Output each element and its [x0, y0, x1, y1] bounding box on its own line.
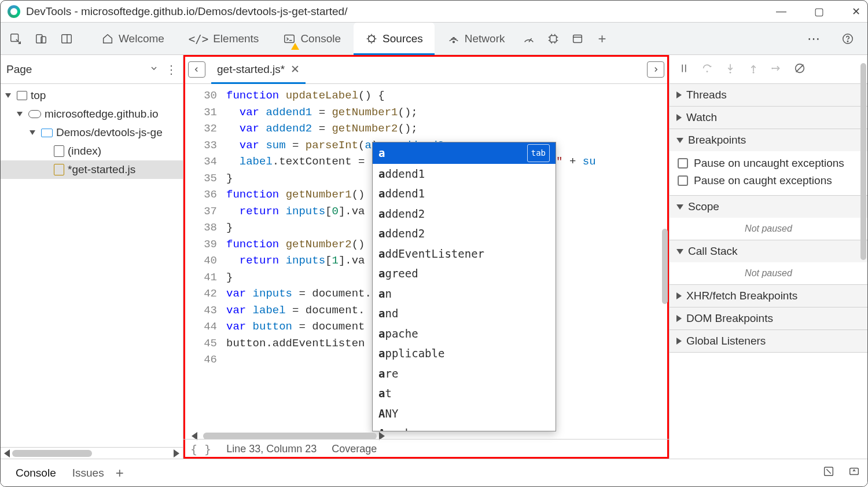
tab-console-label: Console	[300, 32, 341, 45]
autocomplete-item[interactable]: apache	[373, 324, 556, 344]
autocomplete-item[interactable]: agreed	[373, 263, 556, 284]
tree-node-top[interactable]: top	[1, 86, 183, 105]
tab-welcome[interactable]: Welcome	[90, 23, 176, 54]
tab-elements[interactable]: </> Elements	[177, 23, 271, 54]
chevron-down-icon	[676, 138, 683, 143]
section-label: Global Listeners	[686, 335, 766, 347]
autocomplete-item[interactable]: at	[373, 383, 556, 404]
autocomplete-item[interactable]: Apache	[373, 423, 556, 431]
tab-sources-label: Sources	[382, 32, 423, 45]
section-label: DOM Breakpoints	[686, 312, 773, 325]
svg-point-18	[730, 71, 731, 73]
autocomplete-item[interactable]: an	[373, 284, 556, 304]
console-warning-badge-icon	[291, 43, 299, 50]
tree-node-index[interactable]: (index)	[1, 142, 183, 160]
drawer-errors-icon[interactable]	[822, 465, 835, 481]
tab-console[interactable]: Console	[271, 23, 352, 54]
debugger-toolbar	[670, 55, 867, 84]
autocomplete-item[interactable]: addend1	[373, 184, 556, 204]
tab-memory-icon[interactable]	[542, 27, 565, 50]
deactivate-breakpoints-button[interactable]	[793, 62, 806, 77]
drawer-tab-console[interactable]: Console	[8, 467, 64, 479]
section-callstack-header[interactable]: Call Stack	[670, 240, 867, 262]
help-button[interactable]	[836, 27, 859, 50]
pretty-print-button[interactable]: { }	[190, 442, 211, 456]
autocomplete-item[interactable]: and	[373, 303, 556, 324]
scroll-left-icon	[4, 449, 10, 457]
autocomplete-item[interactable]: addend1	[373, 164, 556, 184]
section-label: Watch	[686, 111, 717, 124]
tab-performance-icon[interactable]	[517, 27, 540, 50]
autocomplete-popup[interactable]: atabaddend1addend1addend2addend2addEvent…	[372, 142, 556, 431]
section-breakpoints: Breakpoints Pause on uncaught exceptions…	[670, 129, 867, 196]
window-minimize-button[interactable]: —	[776, 5, 786, 18]
section-xhr[interactable]: XHR/fetch Breakpoints	[670, 285, 867, 307]
autocomplete-item[interactable]: atab	[373, 142, 556, 164]
pause-button[interactable]	[678, 62, 690, 77]
tree-label: (index)	[68, 145, 101, 158]
step-into-button[interactable]	[724, 62, 737, 77]
tab-network[interactable]: Network	[436, 23, 517, 54]
editor-navigate-back-button[interactable]	[188, 61, 205, 78]
section-watch[interactable]: Watch	[670, 107, 867, 129]
autocomplete-item[interactable]: addEventListener	[373, 244, 556, 264]
dock-side-button[interactable]	[55, 27, 78, 50]
chevron-right-icon	[676, 315, 682, 322]
editor-navigate-forward-button[interactable]	[647, 61, 664, 78]
autocomplete-item[interactable]: are	[373, 364, 556, 384]
expand-icon	[30, 130, 35, 135]
cursor-position: Line 33, Column 23	[226, 443, 317, 455]
tab-network-label: Network	[465, 32, 505, 45]
step-out-button[interactable]	[747, 62, 760, 77]
section-threads[interactable]: Threads	[670, 84, 867, 107]
cloud-icon	[28, 110, 41, 118]
chevron-right-icon	[676, 91, 682, 98]
editor-file-tab[interactable]: get-started.js* ✕	[211, 55, 306, 83]
window-close-button[interactable]: ✕	[852, 5, 860, 18]
navigator-hscrollbar[interactable]	[1, 447, 183, 459]
section-dom[interactable]: DOM Breakpoints	[670, 307, 867, 330]
navigator-more-button[interactable]: ⋮	[165, 63, 177, 76]
drawer-expand-icon[interactable]	[848, 465, 860, 481]
tree-node-folder[interactable]: Demos/devtools-js-ge	[1, 123, 183, 142]
line-gutter: 3031323334353637383940414243444546	[183, 84, 224, 459]
close-tab-button[interactable]: ✕	[290, 63, 300, 76]
inspect-element-button[interactable]	[4, 27, 27, 50]
pause-caught-checkbox[interactable]: Pause on caught exceptions	[678, 172, 859, 189]
section-breakpoints-header[interactable]: Breakpoints	[670, 129, 867, 151]
add-tab-button[interactable]: +	[590, 27, 613, 50]
svg-line-24	[796, 64, 804, 72]
scroll-thumb[interactable]	[860, 63, 866, 260]
tree-node-origin[interactable]: microsoftedge.github.io	[1, 105, 183, 123]
window-maximize-button[interactable]: ▢	[814, 5, 824, 18]
editor-file-tab-label: get-started.js*	[217, 63, 285, 76]
tab-application-icon[interactable]	[566, 27, 589, 50]
pause-uncaught-checkbox[interactable]: Pause on uncaught exceptions	[678, 155, 859, 172]
file-icon	[54, 145, 64, 157]
editor-vscrollbar[interactable]	[661, 84, 669, 444]
navigator-selector-chevron-icon[interactable]	[149, 64, 159, 75]
autocomplete-item[interactable]: addend2	[373, 204, 556, 224]
step-over-button[interactable]	[701, 62, 713, 77]
checkbox-label: Pause on caught exceptions	[694, 174, 832, 187]
drawer-tab-issues[interactable]: Issues	[64, 467, 112, 479]
section-global[interactable]: Global Listeners	[670, 330, 867, 353]
scroll-thumb[interactable]	[12, 450, 92, 457]
drawer-add-tab-button[interactable]: +	[116, 465, 124, 481]
tree-node-getstarted[interactable]: *get-started.js	[1, 160, 183, 179]
debugger-vscrollbar[interactable]	[859, 55, 867, 459]
code-editor[interactable]: 3031323334353637383940414243444546 funct…	[183, 84, 669, 459]
more-tools-button[interactable]: ⋯	[803, 27, 826, 50]
editor-panel: get-started.js* ✕ 3031323334353637383940…	[183, 55, 670, 459]
step-button[interactable]	[770, 62, 783, 77]
autocomplete-item[interactable]: addend2	[373, 224, 556, 244]
autocomplete-item[interactable]: applicable	[373, 343, 556, 364]
debugger-panel: Threads Watch Breakpoints Pause on uncau…	[670, 55, 867, 459]
autocomplete-item[interactable]: ANY	[373, 404, 556, 424]
tab-sources[interactable]: Sources	[354, 23, 435, 54]
navigator-selector[interactable]: Page	[6, 63, 32, 76]
scroll-thumb[interactable]	[662, 229, 668, 304]
device-toolbar-button[interactable]	[30, 27, 53, 50]
section-scope-header[interactable]: Scope	[670, 196, 867, 218]
svg-rect-5	[285, 35, 295, 42]
